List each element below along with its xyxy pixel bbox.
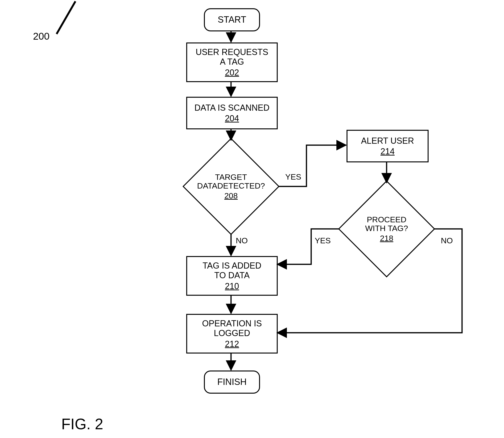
process-204-line1: DATA IS SCANNED [194, 103, 270, 113]
process-202-ref: 202 [225, 68, 239, 77]
figure-caption: FIG. 2 [61, 415, 103, 433]
edge-label-208-no: NO [236, 236, 248, 245]
process-210-line1: TAG IS ADDED [202, 261, 261, 270]
process-210-line2: TO DATA [214, 270, 250, 280]
figure-ref-tick [56, 1, 76, 34]
process-212-line2: LOGGED [214, 328, 250, 338]
decision-208-shape [182, 138, 280, 235]
edge-label-208-yes: YES [285, 172, 301, 181]
process-204-ref: 204 [225, 113, 239, 123]
edge-label-218-no: NO [441, 236, 453, 245]
terminator-finish: FINISH [204, 371, 260, 394]
flowchart-canvas: 200 START USER REQUESTS A TAG 202 DATA I… [0, 0, 504, 438]
process-202-line2: A TAG [220, 57, 244, 66]
terminator-finish-label: FINISH [217, 377, 247, 387]
figure-ref-number: 200 [33, 31, 50, 42]
process-202-line1: USER REQUESTS [196, 47, 268, 57]
process-212-ref: 212 [225, 339, 239, 349]
process-202: USER REQUESTS A TAG 202 [186, 43, 278, 82]
process-212-line1: OPERATION IS [202, 318, 262, 328]
process-214: ALERT USER 214 [346, 130, 429, 162]
process-210-ref: 210 [225, 281, 239, 291]
edge-label-218-yes: YES [315, 236, 331, 245]
terminator-start-label: START [218, 15, 246, 25]
process-214-ref: 214 [380, 147, 395, 156]
decision-218-shape [338, 180, 435, 277]
decision-218: PROCEED WITH TAG? 218 [339, 182, 434, 276]
terminator-start: START [204, 8, 260, 31]
process-212: OPERATION IS LOGGED 212 [186, 314, 278, 353]
decision-208: TARGET DATADETECTED? 208 [184, 139, 278, 234]
process-210: TAG IS ADDED TO DATA 210 [186, 256, 278, 296]
process-204: DATA IS SCANNED 204 [186, 97, 278, 129]
process-214-line1: ALERT USER [361, 136, 414, 146]
